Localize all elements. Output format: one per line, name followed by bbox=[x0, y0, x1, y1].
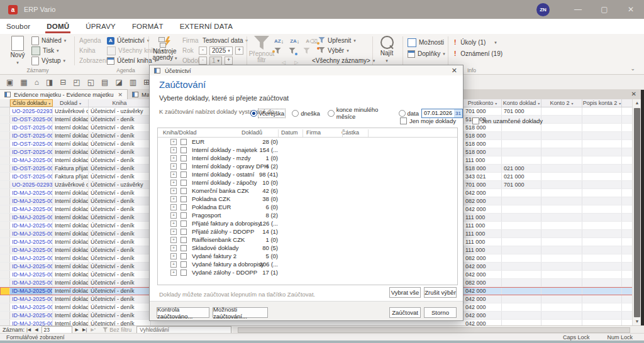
scrollbar-thumb[interactable] bbox=[634, 108, 640, 317]
tab-close-icon[interactable]: ✕ bbox=[118, 92, 123, 98]
filter-selection-icon[interactable] bbox=[274, 48, 281, 55]
header-cislo-dokladu[interactable]: Číslo dokladu▾ bbox=[10, 99, 53, 107]
maximize-button[interactable]: ▢ bbox=[591, 0, 618, 19]
tree-row[interactable]: +Komerční banka CZK42 (6) bbox=[158, 187, 457, 195]
view-select[interactable]: Účetní kniha▾ bbox=[107, 56, 157, 65]
check-posted-button[interactable]: Kontrola zaúčtováno... bbox=[157, 307, 209, 318]
radio-data[interactable] bbox=[399, 110, 406, 117]
cancel-button[interactable]: Storno bbox=[424, 307, 457, 318]
select-all-corner[interactable] bbox=[0, 99, 10, 107]
expand-icon[interactable]: + bbox=[170, 204, 177, 210]
clear-selection-button[interactable]: Zrušit výběr bbox=[424, 287, 457, 298]
agenda-select[interactable]: A Účetnictví▾ bbox=[107, 36, 149, 45]
tree-row[interactable]: +Raiffeisenbank CZK1 (0) bbox=[158, 236, 457, 244]
preview-button[interactable]: Náhled▾ bbox=[31, 36, 66, 45]
hscroll-thumb[interactable] bbox=[238, 327, 630, 333]
year-select[interactable]: 2025▾ bbox=[209, 46, 233, 55]
expand-icon[interactable]: + bbox=[170, 155, 177, 161]
expand-icon[interactable]: + bbox=[170, 245, 177, 251]
radio-konec-mesice[interactable] bbox=[328, 110, 335, 117]
menu-domu[interactable]: DOMŮ bbox=[47, 23, 69, 30]
copy-icon[interactable]: ◪ bbox=[115, 79, 122, 86]
tree-row[interactable]: +Interní doklady - zápočty10 (0) bbox=[158, 178, 457, 187]
menu-format[interactable]: FORMÁT bbox=[132, 23, 164, 30]
row-checkbox[interactable] bbox=[180, 188, 187, 194]
agenda-tools-button[interactable]: Nástroje agendy ▾ bbox=[151, 36, 179, 62]
notifications-button[interactable]: ! Oznámení (19) bbox=[454, 49, 502, 58]
dialog-titlebar[interactable]: Účetnictví ✕ bbox=[150, 65, 463, 75]
options-button[interactable]: Možnosti bbox=[408, 38, 444, 47]
tree-row[interactable]: +Vydané zálohy - DDOPP17 (1) bbox=[158, 268, 457, 276]
addins-button[interactable]: Doplňky▾ bbox=[408, 49, 445, 58]
output-button[interactable]: Výstup▾ bbox=[31, 56, 65, 65]
radio-vcerejska[interactable] bbox=[250, 110, 257, 117]
row-checkbox[interactable] bbox=[180, 261, 187, 268]
print-button[interactable]: Tisk▾ bbox=[31, 46, 58, 55]
expand-icon[interactable]: + bbox=[170, 229, 177, 235]
clear-sort-icon[interactable]: A⌫ bbox=[306, 39, 318, 44]
date-input[interactable]: 07.01.2026 31 bbox=[421, 109, 463, 118]
prev-record-icon[interactable]: ◀ bbox=[35, 327, 38, 332]
last-record-icon[interactable]: ▶| bbox=[82, 327, 87, 332]
next-record-icon[interactable]: ▶ bbox=[75, 327, 79, 332]
find-button[interactable]: Najít▾ bbox=[375, 36, 399, 64]
header-popis-konta-2[interactable]: Popis konta 2▾ bbox=[582, 99, 622, 107]
menu-externi-data[interactable]: EXTERNÍ DATA bbox=[180, 23, 233, 30]
only-locked-documents-checkbox[interactable]: Jen uzamčené doklady bbox=[472, 117, 543, 124]
tree-row[interactable]: +Pokladna CZK38 (0) bbox=[158, 195, 457, 203]
row-checkbox[interactable] bbox=[180, 212, 187, 219]
row-checkbox[interactable] bbox=[180, 147, 187, 153]
expand-icon[interactable]: + bbox=[170, 253, 177, 259]
scroll-up-icon[interactable]: ▲ bbox=[633, 99, 641, 107]
expand-icon[interactable]: + bbox=[170, 180, 177, 186]
period-select[interactable]: 1▾ bbox=[209, 57, 222, 65]
tab-evidence-majetku[interactable]: Evidence majetku - Evidence majetku ✕ bbox=[0, 89, 128, 99]
expand-icon[interactable]: + bbox=[170, 237, 177, 243]
posting-options-button[interactable]: Možnosti zaúčtování... bbox=[213, 307, 268, 318]
export-icon[interactable]: ◰ bbox=[73, 79, 80, 86]
close-button[interactable]: ✕ bbox=[618, 0, 644, 19]
header-protikonto[interactable]: Protikonto▾ bbox=[464, 99, 502, 107]
filter-state-button[interactable]: Bez filtru bbox=[103, 327, 131, 333]
expand-icon[interactable]: + bbox=[170, 139, 177, 145]
tree-row[interactable]: +Pokladna EUR6 (0) bbox=[158, 203, 457, 211]
menu-upravy[interactable]: ÚPRAVY bbox=[86, 23, 116, 30]
row-checkbox[interactable] bbox=[180, 155, 187, 161]
tree-row[interactable]: +Skladové doklady80 (5) bbox=[158, 244, 457, 252]
year-plus-button[interactable]: + bbox=[235, 46, 243, 55]
row-checkbox[interactable] bbox=[180, 220, 187, 227]
row-checkbox[interactable] bbox=[180, 204, 187, 210]
menu-soubor[interactable]: Soubor bbox=[6, 23, 30, 30]
expand-icon[interactable]: + bbox=[170, 188, 177, 194]
import-icon[interactable]: ◱ bbox=[87, 79, 94, 86]
row-checkbox[interactable] bbox=[180, 172, 187, 178]
expand-icon[interactable]: + bbox=[170, 196, 177, 202]
tree-row[interactable]: +Interní doklady - opravy DPH6 (2) bbox=[158, 162, 457, 170]
row-checkbox[interactable] bbox=[180, 139, 187, 145]
row-checkbox[interactable] bbox=[180, 229, 187, 235]
row-checkbox[interactable] bbox=[180, 196, 187, 202]
expand-icon[interactable]: + bbox=[170, 270, 177, 276]
header-kniha[interactable]: Kniha bbox=[89, 99, 151, 107]
row-checkbox[interactable] bbox=[180, 163, 187, 170]
calendar-picker-icon[interactable]: 31 bbox=[454, 109, 462, 117]
tree-row[interactable]: +Vydané faktury 25 (0) bbox=[158, 252, 457, 260]
header-doklad[interactable]: Doklad▾ bbox=[53, 99, 89, 107]
expand-icon[interactable]: + bbox=[170, 147, 177, 153]
year-minus-button[interactable]: - bbox=[199, 46, 207, 55]
period-minus-button[interactable]: - bbox=[199, 57, 207, 65]
image-icon[interactable]: ▥ bbox=[130, 79, 136, 86]
row-checkbox[interactable] bbox=[180, 180, 187, 186]
minimize-button[interactable]: — bbox=[565, 0, 591, 19]
sort-desc-icon[interactable]: ZA↓ bbox=[290, 39, 299, 44]
header-konto-2[interactable]: Konto 2▾ bbox=[541, 99, 582, 107]
filter-clear-icon[interactable] bbox=[303, 48, 310, 55]
expand-icon[interactable]: + bbox=[170, 163, 177, 170]
selection-filter-button[interactable]: Výběr▾ bbox=[318, 46, 349, 55]
horizontal-scrollbar[interactable] bbox=[233, 327, 644, 334]
collapse-ribbon-icon[interactable]: ⌄ bbox=[630, 65, 635, 72]
home-icon[interactable]: ⌂ bbox=[35, 79, 39, 86]
only-my-documents-checkbox[interactable]: Jen moje doklady bbox=[400, 117, 456, 124]
radio-dneska[interactable] bbox=[292, 110, 299, 117]
tree-row[interactable]: +Interní doklady - ostatní98 (41) bbox=[158, 170, 457, 178]
